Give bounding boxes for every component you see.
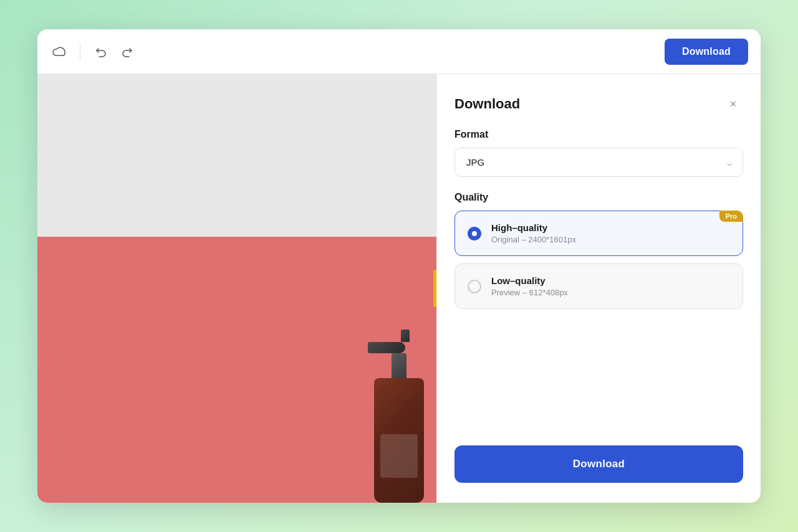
bottle-pump-head bbox=[368, 342, 405, 353]
quality-name-low: Low–quality bbox=[491, 275, 568, 286]
panel-title: Download bbox=[454, 96, 520, 112]
pro-badge: Pro bbox=[719, 211, 743, 222]
format-select-wrapper: JPG PNG SVG PDF WEBP ⌵ bbox=[454, 148, 743, 177]
quality-desc-low: Preview – 612*408px bbox=[491, 288, 568, 297]
quality-label: Quality bbox=[454, 192, 743, 203]
toolbar-divider bbox=[80, 43, 80, 60]
quality-desc-high: Original – 2400*1601px bbox=[491, 235, 576, 244]
quality-info-low: Low–quality Preview – 612*408px bbox=[491, 275, 568, 297]
bottle-nozzle bbox=[401, 330, 410, 342]
bottle-neck bbox=[392, 353, 406, 378]
download-action-button[interactable]: Download bbox=[454, 445, 743, 483]
undo-icon[interactable] bbox=[90, 42, 110, 62]
radio-low bbox=[468, 280, 481, 293]
bottle-label bbox=[380, 434, 418, 478]
cloud-icon[interactable] bbox=[50, 42, 70, 62]
quality-option-high[interactable]: High–quality Original – 2400*1601px Pro bbox=[454, 211, 743, 256]
product-image bbox=[349, 328, 449, 503]
radio-high bbox=[468, 227, 481, 240]
radio-dot-high bbox=[472, 231, 477, 236]
main-area: Download × Format JPG PNG SVG PDF WEBP ⌵ bbox=[37, 74, 761, 503]
redo-icon[interactable] bbox=[118, 42, 138, 62]
format-label: Format bbox=[454, 129, 743, 140]
quality-name-high: High–quality bbox=[491, 222, 576, 233]
format-select[interactable]: JPG PNG SVG PDF WEBP bbox=[454, 148, 743, 177]
quality-option-low[interactable]: Low–quality Preview – 612*408px bbox=[454, 264, 743, 309]
download-panel: Download × Format JPG PNG SVG PDF WEBP ⌵ bbox=[436, 74, 761, 503]
toolbar-download-button[interactable]: Download bbox=[665, 39, 748, 65]
quality-section: Quality High–quality Original – 2400*160… bbox=[454, 192, 743, 316]
bottle-body bbox=[374, 378, 424, 503]
toolbar: Download bbox=[37, 29, 761, 74]
app-container: Download Downlo bbox=[37, 29, 761, 503]
quality-info-high: High–quality Original – 2400*1601px bbox=[491, 222, 576, 244]
close-button[interactable]: × bbox=[723, 94, 743, 114]
panel-header: Download × bbox=[454, 94, 743, 114]
format-section: Format JPG PNG SVG PDF WEBP ⌵ bbox=[454, 129, 743, 177]
